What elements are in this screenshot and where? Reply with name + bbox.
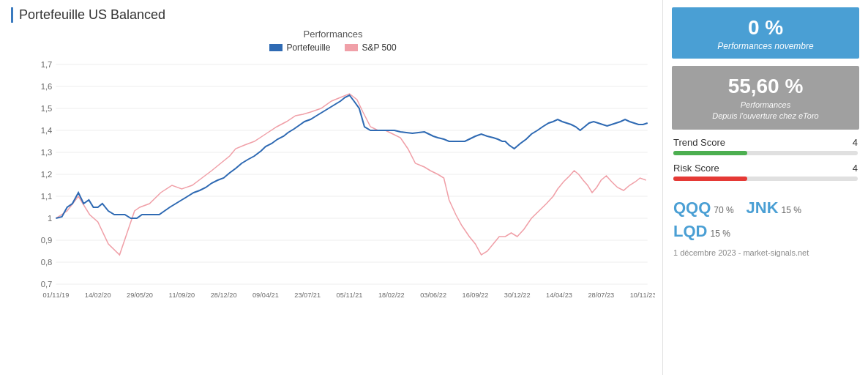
svg-text:0,7: 0,7 — [41, 280, 53, 289]
svg-text:28/12/20: 28/12/20 — [211, 292, 237, 299]
risk-score-row: Risk Score 4 — [673, 163, 858, 181]
perf-nov-value: 0 % — [679, 16, 852, 40]
svg-text:18/02/22: 18/02/22 — [378, 292, 405, 299]
svg-text:29/05/20: 29/05/20 — [127, 292, 153, 299]
legend-sp500: S&P 500 — [345, 42, 396, 53]
holdings-section: QQQ 70 % JNK 15 % LQD 15 % 1 décembre 20… — [672, 196, 859, 257]
svg-text:01/11/19: 01/11/19 — [42, 292, 69, 299]
svg-text:1,2: 1,2 — [41, 170, 53, 179]
holding-jnk-ticker: JNK — [747, 198, 779, 218]
svg-text:1,1: 1,1 — [41, 192, 53, 201]
scores-section: Trend Score 4 Risk Score 4 — [672, 137, 859, 188]
svg-text:10/11/23: 10/11/23 — [630, 292, 655, 299]
svg-text:16/09/22: 16/09/22 — [463, 292, 489, 299]
perf-etoro-value: 55,60 % — [679, 75, 852, 98]
holding-lqd-ticker: LQD — [673, 222, 707, 241]
svg-text:30/12/22: 30/12/22 — [504, 292, 531, 299]
svg-wrapper: 1,7 1,6 1,5 1,4 1,3 1,2 1,1 1 0,9 0,8 0,… — [11, 57, 655, 306]
svg-text:14/04/23: 14/04/23 — [546, 292, 572, 299]
perf-etoro-card: 55,60 % Performances Depuis l'ouverture … — [672, 66, 859, 130]
svg-text:1,3: 1,3 — [41, 148, 53, 157]
footer-text: 1 décembre 2023 - market-signals.net — [673, 248, 858, 257]
svg-text:03/06/22: 03/06/22 — [420, 292, 446, 299]
svg-text:09/04/21: 09/04/21 — [252, 292, 279, 299]
holding-lqd-pct: 15 % — [710, 229, 730, 239]
trend-score-row: Trend Score 4 — [673, 137, 858, 155]
svg-text:05/11/21: 05/11/21 — [337, 292, 363, 299]
svg-text:0,9: 0,9 — [41, 236, 53, 245]
svg-text:28/07/23: 28/07/23 — [588, 292, 614, 299]
perf-etoro-label: Performances Depuis l'ouverture chez eTo… — [679, 100, 852, 122]
holding-qqq-ticker: QQQ — [673, 198, 711, 218]
chart-legend: Portefeuille S&P 500 — [11, 42, 655, 53]
svg-text:1,7: 1,7 — [41, 60, 53, 69]
page-title: Portefeuille US Balanced — [11, 7, 655, 23]
trend-score-value: 4 — [853, 137, 858, 148]
trend-score-label: Trend Score — [673, 137, 725, 148]
risk-score-bar-bg — [673, 177, 858, 181]
trend-score-header: Trend Score 4 — [673, 137, 858, 148]
svg-text:23/07/21: 23/07/21 — [294, 292, 321, 299]
svg-text:1: 1 — [48, 214, 52, 223]
risk-score-header: Risk Score 4 — [673, 163, 858, 174]
legend-label-sp500: S&P 500 — [362, 42, 396, 53]
legend-color-blue — [269, 44, 283, 51]
right-panel: 0 % Performances novembre 55,60 % Perfor… — [663, 0, 868, 375]
legend-label-portefeuille: Portefeuille — [286, 42, 330, 53]
svg-text:1,4: 1,4 — [41, 126, 53, 135]
legend-portefeuille: Portefeuille — [269, 42, 330, 53]
svg-text:14/02/20: 14/02/20 — [85, 292, 111, 299]
svg-text:1,5: 1,5 — [41, 104, 53, 113]
chart-label: Performances — [11, 29, 655, 40]
risk-score-bar-fill — [673, 177, 747, 181]
holdings-row-2: LQD 15 % — [673, 222, 858, 241]
chart-area: Portefeuille US Balanced Performances Po… — [0, 0, 663, 375]
chart-svg: 1,7 1,6 1,5 1,4 1,3 1,2 1,1 1 0,9 0,8 0,… — [11, 57, 655, 306]
perf-nov-card: 0 % Performances novembre — [672, 7, 859, 59]
chart-container: Performances Portefeuille S&P 500 — [11, 29, 655, 368]
holding-jnk-pct: 15 % — [782, 205, 801, 215]
legend-color-pink — [345, 44, 358, 51]
perf-nov-label: Performances novembre — [679, 41, 852, 51]
risk-score-value: 4 — [853, 163, 858, 174]
trend-score-bar-bg — [673, 151, 858, 155]
holdings-row-1: QQQ 70 % JNK 15 % — [673, 198, 858, 218]
trend-score-bar-fill — [673, 151, 747, 155]
holding-qqq-pct: 70 % — [714, 205, 733, 215]
risk-score-label: Risk Score — [673, 163, 719, 174]
svg-text:1,6: 1,6 — [41, 82, 53, 91]
svg-text:0,8: 0,8 — [41, 258, 53, 267]
svg-text:11/09/20: 11/09/20 — [168, 292, 195, 299]
